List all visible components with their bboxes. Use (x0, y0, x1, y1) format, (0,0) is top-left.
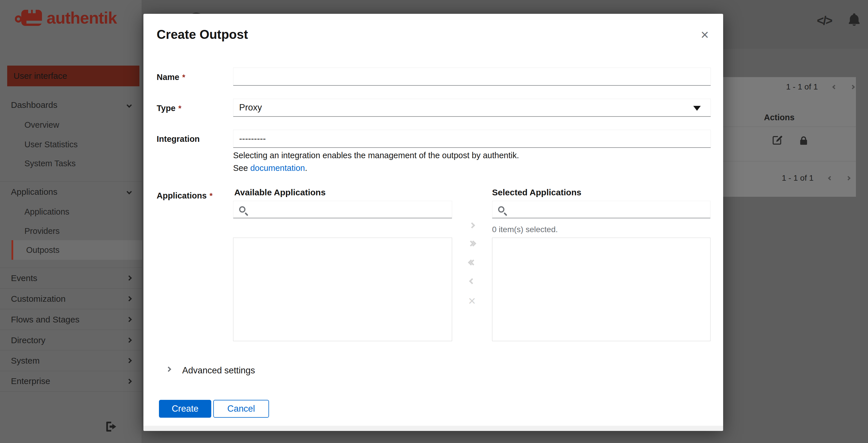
sidebar-item-applications[interactable]: Applications (0, 202, 142, 222)
available-applications-header: Available Applications (234, 187, 326, 197)
edit-icon[interactable] (771, 134, 783, 147)
type-select[interactable]: Proxy (233, 99, 711, 117)
available-search-input[interactable] (250, 205, 420, 215)
cancel-button[interactable]: Cancel (213, 400, 269, 418)
add-selected-icon[interactable] (461, 223, 483, 228)
api-code-icon[interactable]: </> (817, 14, 832, 28)
pagination-bottom: 1 - 1 of 1 (782, 174, 850, 183)
sidebar-item-outposts[interactable]: Outposts (11, 240, 142, 260)
sidebar: authentik User interface Dashboards Over… (0, 0, 142, 443)
clear-icon[interactable]: × (461, 295, 483, 307)
selected-applications-header: Selected Applications (492, 187, 582, 197)
search-icon (498, 206, 504, 213)
required-asterisk: * (179, 104, 182, 113)
documentation-link[interactable]: documentation (250, 164, 305, 173)
sidebar-group-enterprise[interactable]: Enterprise (0, 371, 142, 391)
chevron-right-icon (126, 317, 132, 322)
sidebar-group-dashboards[interactable]: Dashboards (0, 95, 142, 115)
selected-applications-listbox[interactable] (492, 238, 711, 341)
advanced-settings-label[interactable]: Advanced settings (182, 365, 255, 376)
select-caret-icon (693, 106, 701, 111)
sidebar-group-applications[interactable]: Applications (0, 181, 142, 202)
add-all-icon[interactable] (461, 241, 483, 246)
authentik-logo[interactable]: authentik (15, 7, 117, 28)
integration-label: Integration (157, 134, 200, 144)
chevron-right-icon (126, 337, 132, 343)
sidebar-group-directory[interactable]: Directory (0, 330, 142, 350)
pagination-next-icon[interactable] (850, 85, 855, 89)
name-label: Name* (157, 72, 185, 82)
chevron-right-icon (126, 296, 132, 301)
selected-count: 0 item(s) selected. (492, 225, 558, 234)
lock-icon[interactable] (798, 135, 809, 147)
selected-search[interactable] (492, 201, 711, 218)
required-asterisk: * (182, 73, 185, 82)
sign-out-icon[interactable] (104, 420, 118, 434)
advanced-settings-toggle[interactable] (167, 367, 170, 372)
pagination-prev-icon[interactable] (828, 176, 832, 180)
actions-column-header: Actions (764, 113, 795, 122)
integration-help-text: Selecting an integration enables the man… (233, 151, 519, 160)
selected-search-input[interactable] (509, 205, 679, 215)
sidebar-group-flows-and-stages[interactable]: Flows and Stages (0, 309, 142, 330)
notification-bell-icon[interactable] (847, 12, 862, 28)
type-label: Type* (157, 104, 181, 113)
integration-doc-line: See documentation. (233, 164, 307, 173)
sidebar-item-user-interface[interactable]: User interface (7, 66, 140, 86)
required-asterisk: * (210, 191, 213, 200)
pagination-next-icon[interactable] (846, 176, 850, 180)
sidebar-item-providers[interactable]: Providers (0, 221, 142, 241)
sidebar-item-user-statistics[interactable]: User Statistics (0, 135, 142, 154)
integration-select[interactable]: --------- (233, 130, 711, 148)
chevron-down-icon (126, 102, 132, 108)
chevron-right-icon (126, 379, 132, 384)
search-icon (239, 206, 245, 213)
available-search[interactable] (233, 201, 452, 218)
modal-title: Create Outpost (157, 27, 248, 42)
remove-selected-icon[interactable] (461, 279, 483, 283)
remove-all-icon[interactable] (461, 260, 483, 265)
pagination-top: 1 - 1 of 1 (786, 82, 854, 91)
chevron-down-icon (126, 189, 132, 194)
sidebar-item-system-tasks[interactable]: System Tasks (0, 154, 142, 173)
applications-label: Applications* (157, 191, 213, 201)
create-button[interactable]: Create (159, 400, 211, 418)
modal-footer-strip (144, 426, 723, 431)
sidebar-group-customization[interactable]: Customization (0, 288, 142, 309)
sidebar-group-events[interactable]: Events (0, 268, 142, 288)
chevron-right-icon (166, 366, 171, 372)
brand-wordmark: authentik (46, 8, 117, 27)
available-applications-listbox[interactable] (233, 238, 452, 341)
sidebar-group-system[interactable]: System (0, 350, 142, 371)
chevron-right-icon (126, 275, 132, 280)
pagination-prev-icon[interactable] (832, 85, 837, 89)
screen: authentik User interface Dashboards Over… (0, 0, 868, 443)
chevron-right-icon (126, 358, 132, 363)
authentik-logo-icon (15, 7, 44, 28)
sidebar-item-overview[interactable]: Overview (0, 115, 142, 135)
close-icon[interactable]: × (697, 26, 713, 42)
create-outpost-modal: Create Outpost × Name* Type* Proxy Integ… (144, 14, 723, 431)
name-input[interactable] (233, 68, 711, 86)
